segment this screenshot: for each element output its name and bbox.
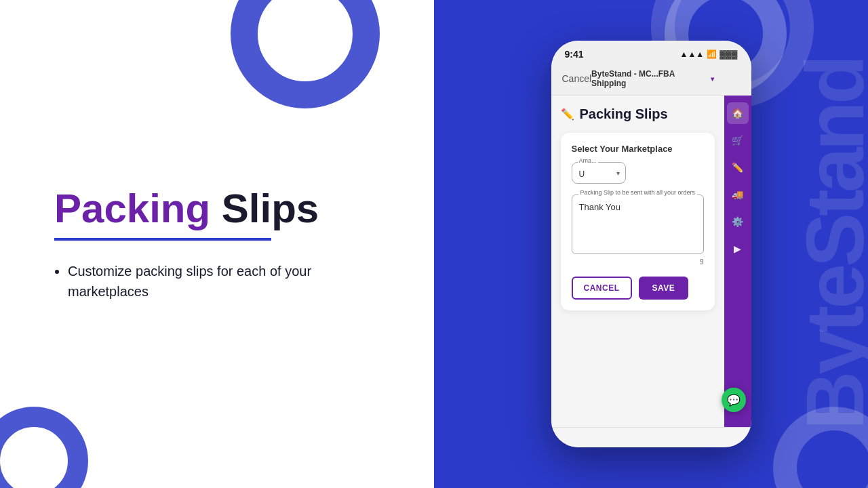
phone-bottom-bar xyxy=(551,427,751,447)
nav-title-text: ByteStand - MC...FBA Shipping xyxy=(591,69,708,88)
select-marketplace-label: Select Your Marketplace xyxy=(572,144,704,154)
status-bar: 9:41 ▲▲▲ 📶 ▓▓▓ xyxy=(551,41,751,65)
textarea-float-label: Packing Slip to be sent with all your or… xyxy=(578,189,698,196)
wifi-icon: 📶 xyxy=(707,49,717,59)
status-time: 9:41 xyxy=(565,49,584,60)
dropdown-field[interactable]: Ama... U ▾ xyxy=(572,162,626,184)
sidebar-shipping-icon[interactable]: 🚚 xyxy=(727,184,749,205)
nav-title: ByteStand - MC...FBA Shipping ▾ xyxy=(591,69,714,88)
dropdown-float-label: Ama... xyxy=(578,157,598,164)
signal-icon: ▲▲▲ xyxy=(680,49,705,59)
nav-cancel-button[interactable]: Cancel xyxy=(562,73,592,84)
char-count: 9 xyxy=(572,258,704,266)
packing-slip-textarea-container: Packing Slip to be sent with all your or… xyxy=(572,195,704,266)
section-header: ✏️ Packing Slips xyxy=(561,106,715,122)
sidebar-edit-icon[interactable]: ✏️ xyxy=(727,157,749,178)
battery-icon: ▓▓▓ xyxy=(719,49,737,59)
watermark-text: ByteStand xyxy=(788,58,868,430)
action-buttons: CANCEL SAVE xyxy=(572,277,704,300)
sidebar-home-icon[interactable]: 🏠 xyxy=(727,102,749,124)
right-section: ByteStand 9:41 ▲▲▲ 📶 ▓▓▓ Cancel ByteStan… xyxy=(434,0,868,488)
dropdown-arrow-icon: ▾ xyxy=(616,169,620,177)
bullet-item-1: Customize packing slips for each of your… xyxy=(68,261,326,302)
status-icons: ▲▲▲ 📶 ▓▓▓ xyxy=(680,49,738,59)
dropdown-value: U xyxy=(579,167,606,179)
nav-bar: Cancel ByteStand - MC...FBA Shipping ▾ xyxy=(551,65,751,96)
deco-circle-top xyxy=(231,0,380,108)
phone-mockup: 9:41 ▲▲▲ 📶 ▓▓▓ Cancel ByteStand - MC...F… xyxy=(551,41,751,447)
title-normal: Slips xyxy=(210,186,319,231)
title-underline xyxy=(54,238,271,241)
sidebar-settings-icon[interactable]: ⚙️ xyxy=(727,211,749,232)
deco-circle-bottom xyxy=(0,407,88,488)
phone-main: ✏️ Packing Slips Select Your Marketplace… xyxy=(551,96,724,427)
sidebar-cart-icon[interactable]: 🛒 xyxy=(727,129,749,151)
packing-slip-textarea[interactable] xyxy=(572,195,704,254)
feature-list: Customize packing slips for each of your… xyxy=(54,261,434,302)
section-title: Packing Slips xyxy=(580,106,668,122)
packing-slips-card: Select Your Marketplace Ama... U ▾ Packi… xyxy=(561,133,715,310)
phone-content: ✏️ Packing Slips Select Your Marketplace… xyxy=(551,96,751,427)
pencil-icon: ✏️ xyxy=(561,108,574,121)
cancel-button[interactable]: CANCEL xyxy=(572,277,632,300)
nav-chevron-icon: ▾ xyxy=(711,75,714,83)
sidebar-play-icon[interactable]: ▶ xyxy=(727,238,749,260)
marketplace-dropdown[interactable]: Ama... U ▾ xyxy=(572,162,626,184)
phone-sidebar: 🏠 🛒 ✏️ 🚚 ⚙️ ▶ xyxy=(724,96,751,427)
left-section: Packing Slips Customize packing slips fo… xyxy=(0,0,434,488)
title-highlight: Packing xyxy=(54,186,210,231)
page-title: Packing Slips xyxy=(54,186,434,231)
chat-bubble-button[interactable]: 💬 xyxy=(722,388,746,412)
save-button[interactable]: SAVE xyxy=(639,277,689,300)
